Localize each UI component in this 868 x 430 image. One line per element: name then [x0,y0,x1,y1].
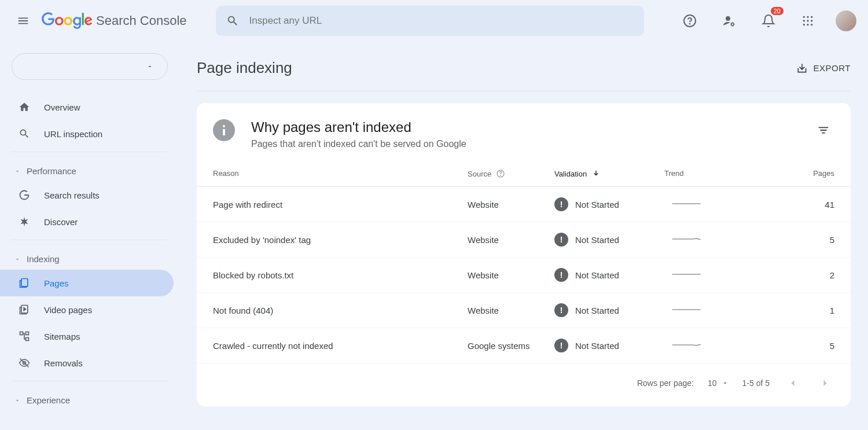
divider [12,240,168,240]
prev-page-button[interactable] [784,374,802,392]
svg-point-22 [501,175,501,176]
export-label: EXPORT [814,63,851,73]
chevron-left-icon [787,377,799,389]
card-title: Why pages aren't indexed [251,119,466,135]
row-trend [664,270,751,280]
sidebar-item-label: Pages [44,278,69,288]
home-icon [17,101,31,113]
row-trend [664,200,751,210]
table-row[interactable]: Blocked by robots.txt Website ! Not Star… [197,258,851,293]
section-label: Performance [27,166,76,176]
svg-point-8 [807,20,808,21]
property-selector[interactable] [12,53,168,80]
card-header: Why pages aren't indexed Pages that aren… [197,103,851,161]
validation-text: Not Started [575,341,619,351]
table-row[interactable]: Not found (404) Website ! Not Started 1 [197,293,851,328]
table-row[interactable]: Crawled - currently not indexed Google s… [197,328,851,363]
column-reason[interactable]: Reason [213,169,468,178]
sidebar: Overview URL inspection Performance Sear… [0,42,179,430]
svg-point-2 [726,16,730,21]
sidebar-item-overview[interactable]: Overview [0,94,174,120]
status-not-started-icon: ! [554,303,568,317]
sidebar-section-indexing[interactable]: Indexing [0,245,179,270]
sidebar-section-experience[interactable]: Experience [0,386,179,411]
next-page-button[interactable] [816,374,834,392]
validation-text: Not Started [575,306,619,315]
row-pages: 5 [751,235,834,245]
sidebar-item-label: Removals [44,358,83,368]
svg-point-7 [803,20,805,21]
svg-point-3 [731,23,734,25]
user-avatar[interactable] [836,10,856,31]
svg-point-9 [811,20,812,21]
logo-text: Search Console [96,13,187,28]
chevron-right-icon [819,377,831,389]
row-reason: Blocked by robots.txt [213,270,468,280]
hamburger-menu-button[interactable] [12,9,35,32]
table-body: Page with redirect Website ! Not Started… [197,187,851,363]
divider [12,152,168,152]
row-source: Google systems [468,341,554,351]
bell-icon [762,14,775,28]
trend-sparkline [664,200,708,208]
sidebar-item-discover[interactable]: Discover [0,208,174,235]
sidebar-item-sitemaps[interactable]: Sitemaps [0,323,174,350]
eye-off-icon [17,357,31,369]
column-source[interactable]: Source [468,169,554,178]
sidebar-item-url-inspection[interactable]: URL inspection [0,120,174,147]
validation-text: Not Started [575,235,619,245]
filter-button[interactable] [812,119,834,144]
svg-rect-17 [26,338,29,341]
help-icon [683,14,697,28]
row-source: Website [468,306,554,315]
sidebar-item-pages[interactable]: Pages [0,270,174,296]
status-not-started-icon: ! [554,268,568,282]
notifications-button[interactable]: 20 [757,9,780,32]
app-header: Search Console 20 [0,0,868,42]
sidebar-item-search-results[interactable]: Search results [0,182,174,208]
table-row[interactable]: Page with redirect Website ! Not Started… [197,187,851,222]
sidebar-section-performance[interactable]: Performance [0,157,179,182]
table-row[interactable]: Excluded by 'noindex' tag Website ! Not … [197,222,851,258]
apps-button[interactable] [796,9,819,32]
column-validation[interactable]: Validation [554,169,664,178]
column-trend[interactable]: Trend [664,169,751,178]
why-not-indexed-card: Why pages aren't indexed Pages that aren… [197,103,851,406]
sidebar-item-removals[interactable]: Removals [0,350,174,376]
row-source: Website [468,200,554,210]
user-settings-button[interactable] [718,9,741,32]
user-settings-icon [722,14,736,28]
sidebar-item-label: Video pages [44,305,92,315]
page-icon [17,277,31,289]
rows-per-page-select[interactable]: 10 [708,378,729,388]
svg-point-5 [807,16,808,18]
export-button[interactable]: EXPORT [796,63,851,74]
row-pages: 5 [751,341,834,351]
row-validation: ! Not Started [554,197,664,211]
svg-point-6 [811,16,812,18]
table-footer: Rows per page: 10 1-5 of 5 [197,363,851,403]
row-validation: ! Not Started [554,339,664,352]
page-header: Page indexing EXPORT [197,42,851,91]
help-button[interactable] [678,9,701,32]
column-pages[interactable]: Pages [751,169,834,178]
chevron-down-icon [722,380,729,387]
row-validation: ! Not Started [554,303,664,317]
trend-sparkline [664,235,708,243]
url-search-bar[interactable] [216,6,644,36]
google-logo-icon [42,12,93,30]
row-pages: 1 [751,306,834,315]
sidebar-item-label: URL inspection [44,129,102,139]
search-input[interactable] [249,15,634,27]
status-not-started-icon: ! [554,197,568,211]
validation-text: Not Started [575,200,619,210]
google-g-icon [17,189,31,201]
svg-rect-20 [223,129,225,135]
row-trend [664,341,751,351]
sidebar-item-label: Search results [44,190,100,200]
section-label: Indexing [27,254,60,264]
pagination-range: 1-5 of 5 [742,378,770,388]
divider [12,381,168,381]
sidebar-item-video-pages[interactable]: Video pages [0,296,174,323]
rows-per-page-value: 10 [708,378,717,388]
